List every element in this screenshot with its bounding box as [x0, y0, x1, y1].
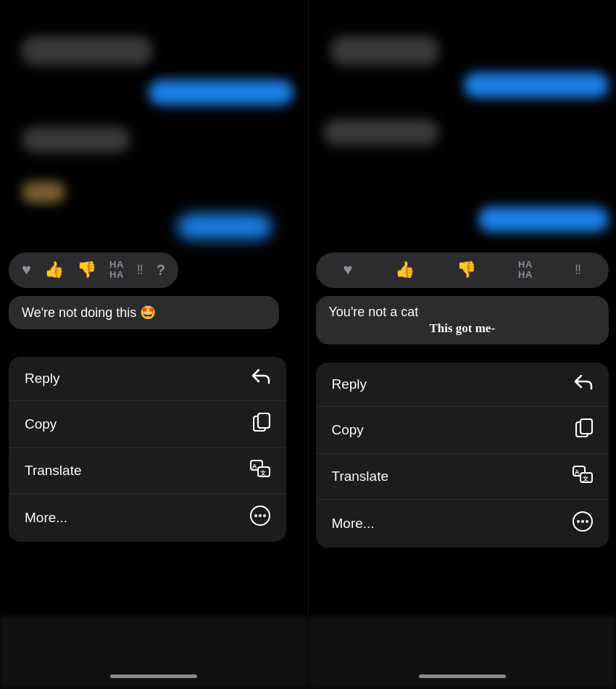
right-more-button[interactable]: More... [316, 500, 609, 548]
right-thumbs-down-icon[interactable]: 👎 [457, 260, 476, 279]
left-message-bubble: We're not doing this 🤩 [9, 296, 279, 329]
bg-blur-3 [22, 127, 130, 152]
left-more-label: More... [25, 510, 67, 526]
right-more-icon [573, 511, 593, 536]
reply-icon [251, 368, 270, 389]
right-haha-icon[interactable]: HAHA [518, 260, 533, 281]
right-copy-button[interactable]: Copy [316, 407, 609, 454]
svg-text:A: A [252, 463, 257, 470]
svg-text:A: A [575, 469, 580, 476]
translate-icon: A 文 [250, 460, 270, 482]
right-thumbs-up-icon[interactable]: 👍 [395, 260, 415, 279]
right-copy-icon [575, 418, 593, 442]
copy-icon [253, 413, 270, 436]
left-copy-label: Copy [25, 416, 57, 432]
right-reply-icon [574, 374, 593, 395]
left-bottom-blur [0, 616, 308, 689]
right-message-subtext: This got me- [329, 321, 596, 336]
right-reaction-bar: ♥ 👍 👎 HAHA ‼ [316, 252, 609, 288]
left-reply-button[interactable]: Reply [9, 357, 286, 401]
left-home-indicator [110, 674, 197, 678]
svg-rect-1 [258, 413, 270, 428]
svg-text:文: 文 [583, 475, 588, 482]
right-bottom-blur [309, 616, 617, 689]
svg-point-17 [577, 520, 580, 523]
svg-rect-11 [580, 419, 592, 434]
heart-icon[interactable]: ♥ [22, 260, 31, 279]
svg-text:文: 文 [260, 469, 266, 476]
bg-blur-5 [178, 214, 272, 239]
bg-blur-1 [22, 36, 152, 65]
right-home-indicator [419, 674, 506, 678]
more-icon [250, 506, 270, 530]
right-context-menu: Reply Copy Translate A [316, 363, 609, 548]
right-background [309, 0, 617, 689]
left-more-button[interactable]: More... [9, 494, 286, 542]
left-reaction-bar: ♥ 👍 👎 HAHA ‼ ? [9, 252, 178, 288]
thumbs-down-icon[interactable]: 👎 [77, 260, 96, 279]
right-bg-blur-4 [478, 207, 609, 232]
right-translate-icon: A 文 [573, 466, 593, 487]
svg-point-18 [581, 520, 584, 523]
right-bg-blur-1 [330, 36, 439, 65]
left-context-menu: Reply Copy Translate A [9, 357, 286, 542]
right-heart-icon[interactable]: ♥ [344, 260, 353, 279]
left-reply-label: Reply [25, 371, 60, 387]
right-exclaim-icon[interactable]: ‼ [575, 263, 581, 278]
svg-point-19 [586, 520, 588, 523]
right-copy-label: Copy [332, 422, 364, 438]
svg-point-8 [259, 514, 262, 517]
svg-point-7 [254, 514, 257, 517]
right-bg-blur-3 [323, 120, 439, 145]
bg-blur-2 [149, 80, 294, 105]
left-translate-button[interactable]: Translate A 文 [9, 448, 286, 494]
left-panel: ♥ 👍 👎 HAHA ‼ ? We're not doing this 🤩 Re… [0, 0, 309, 689]
exclaim-icon[interactable]: ‼ [137, 263, 143, 278]
bg-blur-4 [22, 181, 65, 203]
thumbs-up-icon[interactable]: 👍 [44, 260, 64, 279]
left-copy-button[interactable]: Copy [9, 401, 286, 448]
right-message-bubble: You're not a cat This got me- [316, 296, 609, 344]
left-translate-label: Translate [25, 463, 82, 479]
svg-point-9 [263, 514, 266, 517]
right-translate-button[interactable]: Translate A 文 [316, 454, 609, 500]
right-panel: ♥ 👍 👎 HAHA ‼ You're not a cat This got m… [309, 0, 617, 689]
right-bg-blur-2 [464, 73, 609, 98]
right-reply-label: Reply [332, 376, 367, 392]
right-message-text: You're not a cat [329, 305, 419, 319]
right-more-label: More... [332, 516, 375, 532]
question-icon[interactable]: ? [157, 262, 165, 279]
haha-icon[interactable]: HAHA [109, 260, 124, 281]
left-background [0, 0, 308, 689]
right-reply-button[interactable]: Reply [316, 363, 609, 407]
left-message-text: We're not doing this 🤩 [22, 305, 156, 320]
right-translate-label: Translate [332, 469, 389, 484]
